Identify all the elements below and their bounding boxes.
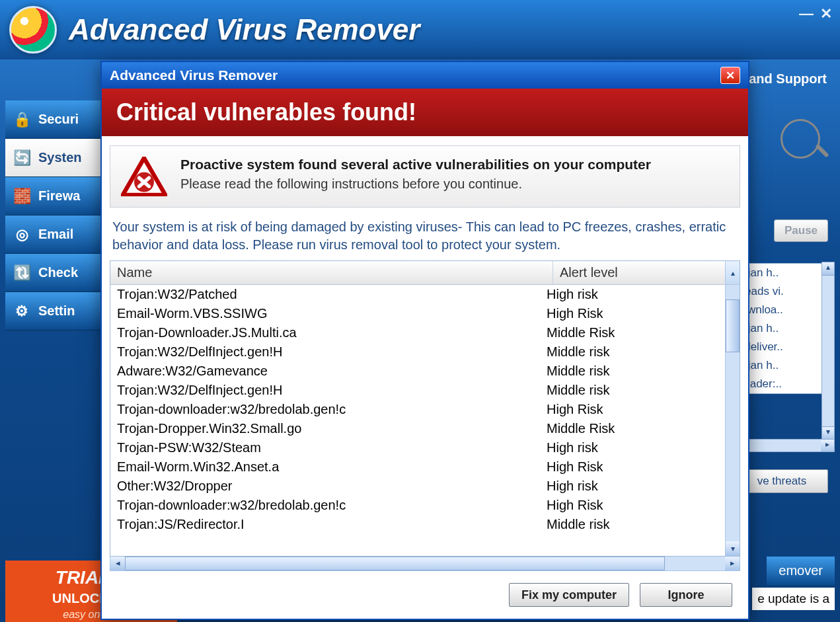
threat-row[interactable]: Trojan-downloader:w32/bredolab.gen!cHigh… (110, 400, 725, 419)
threat-name: Trojan:W32/DelfInject.gen!H (117, 344, 547, 360)
sidebar-item-label: Check (38, 265, 78, 280)
dialog-risk-description: Your system is at risk of being damaged … (102, 214, 748, 260)
scroll-down-icon[interactable]: ▾ (726, 541, 740, 556)
minimize-button[interactable]: — (799, 5, 814, 22)
close-icon: ✕ (726, 69, 735, 83)
threat-alert-level: Middle Risk (547, 421, 718, 436)
threat-name: Trojan:W32/Patched (117, 287, 547, 302)
magnifier-icon (781, 119, 820, 159)
threat-row[interactable]: Trojan:W32/DelfInject.gen!HMiddle risk (110, 381, 725, 400)
threat-table-header: Name Alert level ▴ (110, 261, 740, 285)
sidebar-item-3[interactable]: ◎Email (5, 215, 104, 254)
threat-row[interactable]: Email-Worm.Win32.Anset.aHigh Risk (110, 457, 725, 477)
sidebar-item-label: Systen (38, 150, 82, 165)
app-titlebar: Advanced Virus Remover — ✕ (0, 0, 840, 59)
dialog-titlebar: Advanced Virus Remover ✕ (102, 62, 748, 89)
threat-row[interactable]: Other:W32/DropperHigh risk (110, 477, 725, 496)
threat-row[interactable]: Trojan-PSW:W32/SteamHigh risk (110, 438, 725, 457)
column-alert[interactable]: Alert level (553, 261, 725, 284)
lock-icon: 🔒 (12, 110, 32, 130)
remove-threats-button[interactable]: ve threats (736, 469, 828, 493)
background-footer: emover (767, 557, 835, 585)
scroll-down-icon[interactable]: ▾ (822, 426, 834, 440)
threat-name: Email-Worm.VBS.SSIWG (117, 306, 547, 321)
ignore-button[interactable]: Ignore (640, 583, 732, 607)
sidebar-item-1[interactable]: 🔄Systen (5, 139, 104, 177)
threat-row[interactable]: Trojan-Dropper.Win32.Small.goMiddle Risk (110, 419, 725, 438)
threat-row[interactable]: Trojan:JS/Redirector.IMiddle risk (110, 515, 725, 534)
column-name[interactable]: Name (110, 261, 553, 284)
threat-alert-level: Middle risk (547, 383, 718, 398)
threat-rows: Trojan:W32/PatchedHigh riskEmail-Worm.VB… (110, 285, 725, 556)
gear-icon: ⚙ (12, 301, 32, 321)
threat-name: Adware:W32/Gamevance (117, 364, 547, 379)
threat-name: Trojan-downloader:w32/bredolab.gen!c (117, 402, 547, 417)
alert-dialog: Advanced Virus Remover ✕ Critical vulner… (100, 61, 749, 620)
firewall-icon: 🧱 (12, 186, 32, 206)
threat-name: Trojan:W32/DelfInject.gen!H (117, 383, 547, 398)
threat-row[interactable]: Trojan-downloader:w32/bredolab.gen!cHigh… (110, 496, 725, 515)
threat-name: Trojan-Downloader.JS.Multi.ca (117, 325, 547, 340)
threat-name: Other:W32/Dropper (117, 479, 547, 494)
window-controls: — ✕ (799, 5, 832, 22)
scroll-left-icon[interactable]: ◂ (110, 557, 125, 570)
threat-row[interactable]: Email-Worm.VBS.SSIWGHigh Risk (110, 304, 725, 323)
dialog-info-sub: Please read the following instructions b… (180, 176, 651, 192)
threat-alert-level: Middle risk (547, 344, 718, 360)
threat-alert-level: Middle risk (547, 517, 718, 532)
threat-alert-level: High risk (547, 287, 718, 302)
threat-row[interactable]: Adware:W32/GamevanceMiddle risk (110, 362, 725, 381)
threat-row[interactable]: Trojan-Downloader.JS.Multi.caMiddle Risk (110, 323, 725, 342)
threat-alert-level: High Risk (547, 459, 718, 475)
warning-icon (121, 157, 167, 196)
app-window: Advanced Virus Remover — ✕ and Support 🔒… (0, 0, 840, 622)
app-logo-icon (9, 6, 57, 54)
dialog-infobox: Proactive system found several active vu… (110, 145, 740, 208)
threat-table: Name Alert level ▴ Trojan:W32/PatchedHig… (110, 260, 740, 557)
scroll-up-icon[interactable]: ▴ (725, 261, 740, 284)
threat-alert-level: Middle Risk (547, 325, 718, 340)
threat-alert-level: High risk (547, 479, 718, 494)
threat-row[interactable]: Trojan:W32/PatchedHigh risk (110, 285, 725, 304)
threat-alert-level: Middle risk (547, 364, 718, 379)
threat-name: Trojan-PSW:W32/Steam (117, 440, 547, 455)
fix-my-computer-button[interactable]: Fix my computer (509, 583, 629, 607)
threat-hscrollbar[interactable]: ◂ ▸ (110, 557, 740, 571)
threat-name: Trojan-Dropper.Win32.Small.go (117, 421, 547, 436)
threat-vscrollbar[interactable]: ▾ (725, 285, 740, 556)
sync-icon: 🔃 (12, 263, 32, 283)
close-button[interactable]: ✕ (820, 5, 832, 22)
background-scrollbar[interactable]: ▴ ▾ (821, 262, 835, 440)
threat-name: Trojan-downloader:w32/bredolab.gen!c (117, 498, 547, 513)
scrollbar-thumb[interactable] (726, 299, 740, 352)
threat-name: Email-Worm.Win32.Anset.a (117, 459, 547, 475)
dialog-close-button[interactable]: ✕ (720, 67, 740, 84)
refresh-icon: 🔄 (12, 148, 32, 168)
threat-row[interactable]: Trojan:W32/DelfInject.gen!HMiddle risk (110, 342, 725, 362)
hscroll-thumb[interactable] (125, 557, 665, 570)
dialog-info-text: Proactive system found several active vu… (180, 157, 651, 192)
sidebar-item-5[interactable]: ⚙Settin (5, 292, 104, 330)
sidebar-item-label: Firewa (38, 188, 80, 204)
threat-alert-level: High Risk (547, 402, 718, 417)
sidebar-item-0[interactable]: 🔒Securi (5, 100, 104, 139)
sidebar-item-label: Email (38, 227, 73, 242)
threat-alert-level: High Risk (547, 306, 718, 321)
scroll-right-icon[interactable]: ▸ (725, 557, 740, 570)
sidebar-item-4[interactable]: 🔃Check (5, 254, 104, 292)
dialog-title: Advanced Virus Remover (110, 67, 278, 83)
support-link[interactable]: and Support (749, 71, 827, 87)
sidebar-item-2[interactable]: 🧱Firewa (5, 177, 104, 215)
update-status-text: e update is a (752, 588, 835, 610)
dialog-info-heading: Proactive system found several active vu… (180, 157, 651, 173)
scroll-right-icon[interactable]: ▸ (821, 440, 834, 451)
dialog-buttons: Fix my computer Ignore (102, 579, 748, 619)
threat-name: Trojan:JS/Redirector.I (117, 517, 547, 532)
radar-icon: ◎ (12, 225, 32, 245)
sidebar: 🔒Securi🔄Systen🧱Firewa◎Email🔃Check⚙Settin (5, 100, 104, 330)
sidebar-item-label: Settin (38, 303, 75, 319)
sidebar-item-label: Securi (38, 112, 79, 127)
scroll-up-icon[interactable]: ▴ (822, 262, 834, 276)
dialog-critical-header: Critical vulnerables found! (102, 89, 748, 136)
pause-button[interactable]: Pause (774, 219, 828, 242)
